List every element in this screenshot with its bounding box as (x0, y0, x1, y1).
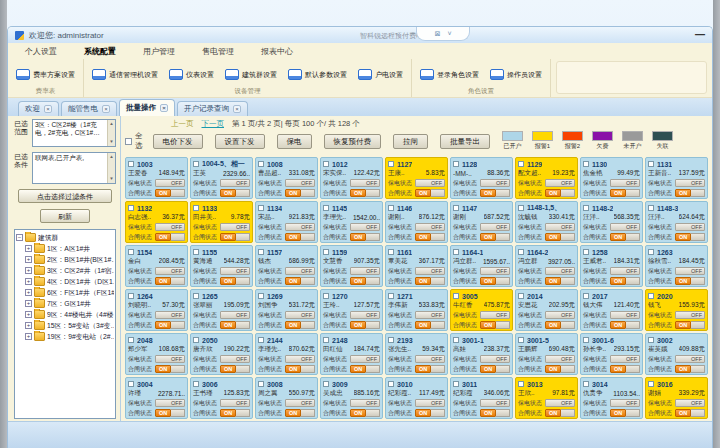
switch-toggle-on[interactable]: ON (155, 409, 185, 417)
switch-toggle-on[interactable]: ON (350, 277, 380, 285)
card-checkbox[interactable] (648, 337, 654, 343)
protect-toggle-off[interactable]: OFF (350, 179, 380, 187)
protect-toggle-off[interactable]: OFF (350, 399, 380, 407)
expand-icon[interactable]: + (25, 278, 32, 285)
scrollbar[interactable]: ▲▼ (107, 153, 115, 183)
card-checkbox[interactable] (388, 205, 394, 211)
meter-card[interactable]: 1008曹品超..331.08元保电状态OFF合闸状态ON (255, 157, 318, 199)
protect-toggle-off[interactable]: OFF (545, 179, 575, 187)
card-checkbox[interactable] (648, 161, 654, 167)
protect-toggle-off[interactable]: OFF (220, 399, 250, 407)
switch-toggle-on[interactable]: ON (220, 189, 250, 197)
switch-toggle-on[interactable]: ON (675, 365, 705, 373)
expand-icon[interactable]: + (25, 311, 32, 318)
protect-toggle-off[interactable]: OFF (675, 179, 705, 187)
close-icon[interactable]: × (44, 105, 52, 113)
protect-toggle-off[interactable]: OFF (675, 223, 705, 231)
meter-card[interactable]: 2148田红仙184.74元保电状态OFF合闸状态ON (320, 333, 383, 375)
card-checkbox[interactable] (583, 381, 589, 387)
switch-toggle-on[interactable]: ON (610, 277, 640, 285)
protect-toggle-off[interactable]: OFF (415, 267, 445, 275)
protect-toggle-off[interactable]: OFF (610, 267, 640, 275)
ribbon-button[interactable]: 户电设置 (358, 69, 403, 80)
protect-toggle-off[interactable]: OFF (220, 267, 250, 275)
protect-toggle-off[interactable]: OFF (545, 267, 575, 275)
switch-toggle-on[interactable]: ON (155, 277, 185, 285)
meter-card[interactable]: 2144李瑾先..870.62元保电状态OFF合闸状态ON (255, 333, 318, 375)
card-checkbox[interactable] (258, 381, 264, 387)
switch-toggle-on[interactable]: ON (350, 365, 380, 373)
meter-card[interactable]: 3016谢娟339.29元保电状态OFF合闸状态ON (645, 377, 708, 419)
menu-item-1[interactable]: 系统配置 (84, 46, 116, 57)
protect-toggle-off[interactable]: OFF (480, 179, 510, 187)
meter-card[interactable]: 3011纪彩霞346.06元保电状态OFF合闸状态ON (450, 377, 513, 419)
card-checkbox[interactable] (453, 205, 459, 211)
card-checkbox[interactable] (583, 249, 589, 255)
ribbon-button[interactable]: 操作员设置 (490, 69, 542, 80)
meter-card[interactable]: 1012宋实保..122.42元保电状态OFF合闸状态ON (320, 157, 383, 199)
protect-toggle-off[interactable]: OFF (415, 311, 445, 319)
meter-card[interactable]: 3014仇贵争1103.54..保电状态OFF合闸状态ON (580, 377, 643, 419)
tree-item-3[interactable]: +4区：D区1#井（D区1… (16, 276, 114, 287)
switch-toggle-on[interactable]: ON (285, 277, 315, 285)
protect-toggle-off[interactable]: OFF (545, 355, 575, 363)
switch-toggle-on[interactable]: ON (480, 277, 510, 285)
protect-toggle-off[interactable]: OFF (675, 355, 705, 363)
protect-toggle-off[interactable]: OFF (285, 267, 315, 275)
meter-card[interactable]: 2014安思花202.95元保电状态OFF合闸状态ON (515, 289, 578, 331)
tree-item-2[interactable]: +3区：C区2#井（1#宿… (16, 265, 114, 276)
meter-card[interactable]: 3004许瑾2278.71..保电状态OFF合闸状态ON (125, 377, 188, 419)
meter-card[interactable]: 1146谢刚..876.12元保电状态OFF合闸状态ON (385, 201, 448, 243)
scroll-down-icon[interactable]: ▼ (109, 139, 113, 145)
expand-icon[interactable]: + (25, 333, 32, 340)
menu-item-2[interactable]: 用户管理 (143, 46, 175, 57)
card-checkbox[interactable] (583, 205, 589, 211)
card-checkbox[interactable] (193, 381, 199, 387)
meter-card[interactable]: 1271李伟新533.83元保电状态OFF合闸状态ON (385, 289, 448, 331)
protect-toggle-off[interactable]: OFF (675, 267, 705, 275)
card-checkbox[interactable] (193, 205, 199, 211)
minimize-button[interactable]: — (695, 31, 705, 39)
switch-toggle-on[interactable]: ON (155, 233, 185, 241)
card-checkbox[interactable] (323, 249, 329, 255)
switch-toggle-on[interactable]: ON (480, 365, 510, 373)
protect-toggle-off[interactable]: OFF (480, 399, 510, 407)
meter-card[interactable]: 3002崔英娥409.88元保电状态OFF合闸状态ON (645, 333, 708, 375)
card-checkbox[interactable] (128, 205, 134, 211)
tree-item-0[interactable]: +1区：A区1#井 (16, 243, 114, 254)
card-checkbox[interactable] (388, 161, 394, 167)
card-checkbox[interactable] (193, 337, 199, 343)
switch-toggle-on[interactable]: ON (350, 189, 380, 197)
card-checkbox[interactable] (388, 293, 394, 299)
switch-toggle-on[interactable]: ON (415, 409, 445, 417)
protect-toggle-off[interactable]: OFF (480, 311, 510, 319)
switch-toggle-on[interactable]: ON (480, 409, 510, 417)
menu-item-3[interactable]: 售电管理 (202, 46, 234, 57)
meter-card[interactable]: 1004-5、相一王英2329.66..保电状态OFF合闸状态ON (190, 157, 253, 199)
switch-toggle-on[interactable]: ON (285, 321, 315, 329)
switch-toggle-on[interactable]: ON (545, 233, 575, 241)
switch-toggle-on[interactable]: ON (415, 321, 445, 329)
meter-card[interactable]: 1161覃美花367.17元保电状态OFF合闸状态ON (385, 245, 448, 287)
switch-toggle-on[interactable]: ON (220, 365, 250, 373)
meter-card[interactable]: 1263徐秋雪..184.45元保电状态OFF合闸状态ON (645, 245, 708, 287)
meter-card[interactable]: 1269刘国争531.72元保电状态OFF合闸状态ON (255, 289, 318, 331)
menu-item-0[interactable]: 个人设置 (25, 46, 57, 57)
meter-card[interactable]: 1148-1,5、沈毓钱330.41元保电状态OFF合闸状态ON (515, 201, 578, 243)
card-checkbox[interactable] (388, 249, 394, 255)
protect-toggle-off[interactable]: OFF (415, 179, 445, 187)
protect-toggle-off[interactable]: OFF (220, 355, 250, 363)
switch-toggle-on[interactable]: ON (220, 321, 250, 329)
switch-toggle-on[interactable]: ON (610, 365, 640, 373)
card-checkbox[interactable] (648, 381, 654, 387)
meter-card[interactable]: 1148-2汪洋..568.35元保电状态OFF合闸状态ON (580, 201, 643, 243)
expand-icon[interactable]: + (25, 267, 32, 274)
meter-card[interactable]: 2048郑少军108.68元保电状态OFF合闸状态ON (125, 333, 188, 375)
protect-toggle-off[interactable]: OFF (155, 311, 185, 319)
protect-toggle-off[interactable]: OFF (480, 267, 510, 275)
meter-card[interactable]: 1130焦金艳99.49元保电状态OFF合闸状态ON (580, 157, 643, 199)
switch-toggle-on[interactable]: ON (285, 233, 315, 241)
protect-toggle-off[interactable]: OFF (610, 311, 640, 319)
switch-toggle-on[interactable]: ON (415, 233, 445, 241)
tab-3[interactable]: 开户记录查询× (177, 101, 248, 116)
